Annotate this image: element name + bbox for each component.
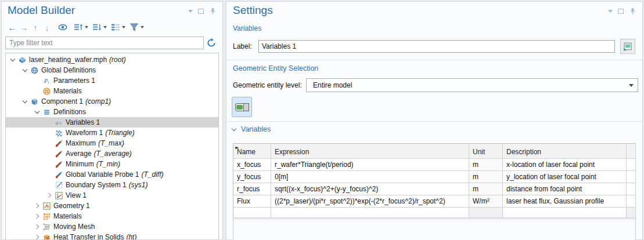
chevron-down-icon[interactable] [33, 107, 42, 117]
cell-expression[interactable]: r_wafer*Triangle(t/period) [271, 159, 469, 171]
column-header-expression: Expression [271, 144, 469, 159]
cell-description[interactable]: x-location of laser focal point [503, 159, 627, 171]
cell-name[interactable]: y_focus [233, 171, 271, 183]
tree-item-root[interactable]: laser_heating_wafer.mph (root) [6, 54, 218, 65]
float-panel-icon[interactable] [198, 9, 204, 14]
panel-menu-caret-icon[interactable] [188, 10, 193, 13]
model-tree-node-text-menu-caret[interactable] [122, 26, 125, 28]
tree-item-tag: (root) [109, 56, 126, 64]
float-panel-icon[interactable] [618, 9, 624, 14]
tree-item-label: laser_heating_wafer.mph [29, 56, 107, 64]
chevron-right-icon[interactable] [33, 201, 42, 210]
model-tree-node-text-icon [111, 23, 120, 32]
tree-item-label: Global Definitions [41, 66, 96, 74]
variables-section-header[interactable]: Variables [232, 125, 271, 133]
back-button[interactable]: ← [6, 21, 18, 33]
column-header-end [627, 144, 636, 159]
global-probe-icon [54, 170, 64, 179]
cell-expression[interactable]: 0[m] [271, 171, 469, 183]
cell-end [627, 195, 636, 208]
tree-item-waveform-1[interactable]: Waveform 1 (Triangle) [6, 128, 218, 138]
cell-expression[interactable]: ((2*p_laser)/(pi*r_spot^2))*exp(-(2*r_fo… [271, 195, 469, 208]
cell-description[interactable]: distance from focal point [503, 183, 627, 195]
tree-item-view-1[interactable]: View 1 [6, 190, 218, 201]
variables-section-title: Variables [241, 125, 271, 133]
chevron-right-icon[interactable] [33, 232, 42, 239]
geometric-entity-level-value: Entire model [313, 81, 352, 89]
tree-item-definitions[interactable]: Definitions [6, 107, 218, 117]
materials-icon [42, 212, 52, 220]
view-icon [54, 191, 64, 199]
move-down-button[interactable]: ↓ [41, 21, 53, 33]
tree-item-parameters-1[interactable]: Parameters 1 [6, 75, 218, 86]
chevron-down-icon [629, 84, 634, 87]
show-button[interactable] [57, 21, 69, 33]
filter-button[interactable] [128, 21, 140, 33]
tree-item-global-definitions[interactable]: Global Definitions [6, 65, 218, 75]
filter-menu-caret[interactable] [141, 26, 144, 28]
tree-item-label: Average [66, 150, 91, 158]
cell-description[interactable]: y_location of laser focal point [503, 171, 627, 183]
probe-icon [54, 139, 64, 147]
cell-expression[interactable] [271, 208, 469, 218]
tree-item-label: Materials [53, 87, 82, 95]
cell-name[interactable] [233, 208, 271, 218]
label-input[interactable] [258, 40, 615, 53]
chevron-right-icon[interactable] [33, 222, 42, 231]
tree-item-label: Moving Mesh [53, 223, 95, 231]
cell-description[interactable]: laser heat flux, Gaussian profile [503, 195, 627, 208]
rename-note-button[interactable] [620, 39, 635, 54]
tree-item-maximum[interactable]: Maximum (T_max) [6, 138, 218, 148]
tree-item-moving-mesh[interactable]: Moving Mesh [6, 221, 218, 232]
model-tree-node-text-button[interactable] [110, 21, 121, 33]
tree-item-heat-transfer-in-solids[interactable]: Heat Transfer in Solids (ht) [6, 232, 218, 239]
tree-item-tag: (ht) [126, 233, 136, 239]
geometric-entity-level-select[interactable]: Entire model [306, 78, 638, 92]
tree-item-minimum[interactable]: Minimum (T_min) [6, 159, 218, 169]
heat-transfer-icon [42, 233, 52, 239]
tree-item-average[interactable]: Average (T_average) [6, 148, 218, 159]
collapse-all-menu-caret[interactable] [85, 26, 88, 28]
settings-subtitle: Variables [233, 24, 261, 32]
tree-item-materials-component[interactable]: Materials [6, 211, 218, 221]
cell-unit: W/m² [469, 195, 503, 208]
expand-all-button[interactable] [91, 21, 103, 33]
cell-name[interactable]: x_focus [233, 159, 271, 171]
cell-name[interactable]: r_focus [233, 183, 271, 195]
filter-icon [129, 23, 139, 32]
tree-item-materials-global[interactable]: Materials [6, 86, 218, 96]
collapse-all-button[interactable] [73, 21, 84, 33]
pin-icon[interactable] [629, 8, 636, 15]
chevron-down-icon[interactable] [8, 55, 17, 64]
chevron-down-icon[interactable] [20, 97, 30, 106]
chevron-down-icon[interactable] [20, 66, 30, 75]
chevron-right-icon[interactable] [45, 191, 54, 200]
tree-item-boundary-system-1[interactable]: Boundary System 1 (sys1) [6, 180, 218, 190]
root-icon [17, 56, 27, 64]
panel-menu-caret-icon[interactable] [608, 10, 613, 13]
geometric-entity-section-title: Geometric Entity Selection [233, 64, 318, 72]
filter-input[interactable] [5, 37, 204, 49]
column-header-name: Name [233, 144, 271, 159]
cell-description[interactable] [503, 208, 627, 218]
cell-unit: m [469, 171, 503, 183]
collapse-all-icon [74, 23, 83, 32]
forward-button[interactable]: → [18, 21, 30, 33]
cell-name[interactable]: Flux [233, 195, 271, 208]
pin-icon[interactable] [209, 8, 217, 15]
moving-mesh-icon [42, 223, 52, 231]
tree-item-global-variable-probe-1[interactable]: Global Variable Probe 1 (T_diff) [6, 169, 218, 180]
column-header-description: Description [503, 144, 627, 159]
refresh-button[interactable] [204, 37, 219, 49]
cell-expression[interactable]: sqrt((x-x_focus)^2+(y-y_focus)^2) [271, 183, 469, 195]
expand-all-menu-caret[interactable] [103, 26, 107, 28]
variables-icon [54, 118, 64, 126]
tree-item-variables-1[interactable]: Variables 1 [6, 117, 218, 128]
tree-item-geometry-1[interactable]: Geometry 1 [6, 201, 218, 211]
tree-item-component-1[interactable]: Component 1 (comp1) [6, 96, 218, 107]
waveform-icon [54, 129, 64, 137]
active-selection-toggle-button[interactable] [232, 97, 252, 117]
move-up-button[interactable]: ↑ [30, 21, 41, 33]
tree-item-label: Materials [53, 212, 82, 220]
chevron-right-icon[interactable] [33, 212, 42, 221]
